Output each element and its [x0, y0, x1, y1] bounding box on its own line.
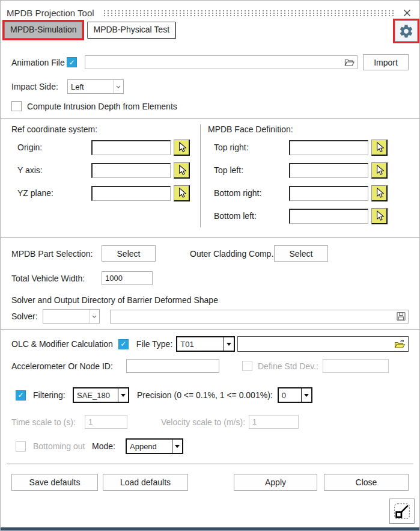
dropdown-triangle-icon	[172, 440, 182, 453]
part-selection-section: MPDB Part Selection: Select Outer Claddi…	[1, 238, 419, 329]
cursor-pick-icon	[374, 187, 385, 198]
bottom-right-pick-button[interactable]	[371, 185, 388, 201]
cursor-pick-icon	[374, 141, 385, 153]
compute-intrusion-checkbox[interactable]	[11, 101, 22, 111]
bottom-left-label: Bottom left:	[208, 211, 289, 221]
top-left-input[interactable]	[289, 163, 368, 178]
impact-side-select[interactable]: Left	[67, 79, 124, 94]
mode-label: Mode:	[92, 441, 126, 451]
face-definition-group: MPDB Face Definition: Top right: Top lef…	[208, 124, 409, 231]
cursor-pick-icon	[374, 210, 385, 221]
chevron-down-icon	[89, 310, 99, 323]
mpdb-projection-tool-window: MPDB Projection Tool MPDB-Simulation MPD…	[0, 0, 420, 531]
cursor-pick-icon	[176, 187, 187, 198]
animation-file-label: Animation File	[11, 58, 67, 67]
resize-window-icon	[394, 503, 410, 520]
mode-value: Append	[127, 440, 172, 453]
output-directory-field	[110, 310, 409, 324]
animation-file-field	[85, 55, 358, 69]
top-left-pick-button[interactable]	[371, 162, 388, 179]
close-button[interactable]: Close	[324, 474, 409, 491]
solver-select[interactable]	[43, 309, 100, 324]
tab-mpdb-physical-test[interactable]: MPDB-Physical Test	[87, 22, 175, 38]
dropdown-triangle-icon	[118, 388, 128, 402]
title-bar: MPDB Projection Tool	[1, 1, 419, 19]
dropdown-triangle-icon	[224, 337, 234, 351]
mode-select[interactable]: Append	[126, 438, 183, 454]
coordinates-section: Ref coordinate system: Origin: Y axis: Y…	[1, 119, 419, 237]
origin-label: Origin:	[11, 143, 91, 152]
time-scale-label: Time scale to (s):	[11, 417, 83, 427]
file-type-select[interactable]: T01	[176, 336, 235, 352]
import-button[interactable]: Import	[363, 54, 409, 70]
load-defaults-button[interactable]: Load defaults	[103, 474, 188, 491]
y-axis-input[interactable]	[91, 163, 171, 178]
std-dev-label: Define Std Dev.:	[258, 361, 318, 371]
file-type-value: T01	[177, 337, 224, 351]
dropdown-triangle-icon	[301, 388, 311, 402]
precision-label: Precision (0 <= 0.1%, 1 <= 0.001%):	[137, 390, 273, 400]
folder-icon[interactable]	[344, 58, 355, 67]
save-disk-icon[interactable]	[397, 312, 406, 321]
solver-label: Solver:	[11, 312, 43, 321]
vehicle-width-input[interactable]	[102, 271, 153, 285]
bottom-right-input[interactable]	[289, 186, 368, 201]
std-dev-checkbox[interactable]	[242, 361, 252, 371]
bottoming-out-label: Bottoming out	[33, 441, 91, 451]
tab-mpdb-simulation[interactable]: MPDB-Simulation	[4, 22, 82, 38]
top-right-pick-button[interactable]	[371, 140, 388, 156]
yz-plane-input[interactable]	[91, 186, 171, 201]
animation-file-checkbox[interactable]	[67, 57, 77, 67]
file-type-label: File Type:	[136, 339, 172, 349]
folder-open-icon[interactable]	[394, 339, 406, 349]
resize-window-button[interactable]	[389, 499, 415, 524]
cladding-label: Outer Cladding Comp.:	[190, 249, 274, 259]
settings-button[interactable]	[395, 20, 418, 41]
bottom-right-label: Bottom right:	[208, 188, 289, 198]
bottom-left-pick-button[interactable]	[371, 208, 388, 224]
close-icon[interactable]	[401, 7, 412, 18]
olc-section: OLC & Modifier Calculation File Type: T0…	[1, 330, 419, 454]
save-defaults-button[interactable]: Save defaults	[11, 474, 98, 491]
cursor-pick-icon	[176, 164, 187, 176]
yz-plane-pick-button[interactable]	[174, 185, 190, 201]
accelerometer-input[interactable]	[126, 359, 219, 373]
velocity-scale-label: Velocity scale to (m/s):	[161, 417, 247, 427]
precision-value: 0	[279, 388, 301, 402]
olc-file-field	[237, 336, 409, 352]
accelerometer-label: Accelerometer Or Node ID:	[11, 361, 126, 371]
precision-select[interactable]: 0	[278, 387, 312, 403]
output-directory-input[interactable]	[110, 310, 409, 324]
apply-button[interactable]: Apply	[234, 474, 317, 491]
origin-pick-button[interactable]	[174, 140, 190, 156]
footer-buttons: Save defaults Load defaults Apply Close	[1, 474, 419, 491]
tab-bar: MPDB-Simulation MPDB-Physical Test	[4, 22, 419, 38]
bottoming-out-checkbox[interactable]	[16, 441, 26, 452]
gear-icon	[398, 23, 414, 39]
velocity-scale-input	[249, 415, 299, 429]
solver-section-title: Solver and Output Directory of Barrier D…	[11, 295, 409, 305]
window-title: MPDB Projection Tool	[7, 8, 94, 18]
y-axis-pick-button[interactable]	[174, 162, 190, 179]
olc-file-input[interactable]	[237, 336, 409, 352]
origin-input[interactable]	[91, 140, 171, 155]
drag-handle[interactable]	[103, 9, 395, 17]
part-select-button[interactable]: Select	[102, 245, 156, 262]
time-scale-input	[85, 415, 127, 429]
cladding-select-button[interactable]: Select	[274, 245, 328, 262]
bottom-left-input[interactable]	[289, 209, 368, 224]
olc-checkbox[interactable]	[118, 339, 129, 349]
window-bottom-edge	[1, 527, 419, 530]
input-section: Animation File Import Impact Side: Left …	[1, 38, 419, 118]
impact-side-label: Impact Side:	[11, 82, 67, 91]
ref-coordinate-title: Ref coordinate system:	[11, 124, 192, 134]
cursor-pick-icon	[176, 141, 187, 153]
face-definition-title: MPDB Face Definition:	[208, 124, 409, 134]
top-right-input[interactable]	[289, 140, 368, 155]
cursor-pick-icon	[374, 164, 385, 176]
solver-value	[43, 310, 89, 323]
filtering-checkbox[interactable]	[16, 390, 26, 401]
compute-intrusion-label: Compute Intrusion Depth from Elements	[27, 102, 177, 111]
animation-file-input[interactable]	[85, 55, 358, 69]
filtering-select[interactable]: SAE_180	[73, 387, 129, 403]
